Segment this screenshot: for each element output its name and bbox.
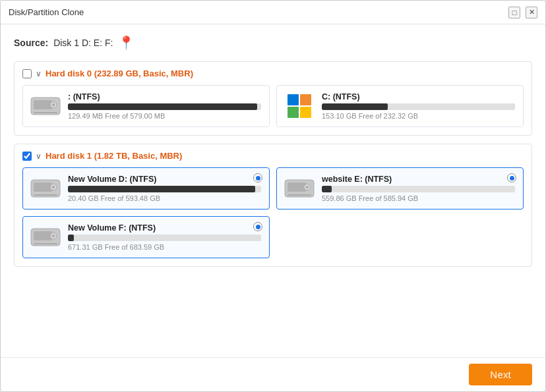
partition-card-c-ntfs[interactable]: C: (NTFS) 153.10 GB Free of 232.32 GB <box>276 85 524 127</box>
progress-bg-0 <box>68 103 261 110</box>
location-pin-icon: 📍 <box>118 35 135 51</box>
hdd-icon-d <box>30 177 61 200</box>
disk1-title: Hard disk 1 (1.82 TB, Basic, MBR) <box>46 151 182 161</box>
disk0-collapse-icon[interactable]: ∨ <box>36 69 42 78</box>
partition-info-0: : (NTFS) 129.49 MB Free of 579.00 MB <box>68 92 261 120</box>
partition-row-e: website E: (NTFS) 559.86 GB Free of 585.… <box>284 175 515 202</box>
partition-info-c: C: (NTFS) 153.10 GB Free of 232.32 GB <box>322 92 515 120</box>
partition-free-c: 153.10 GB Free of 232.32 GB <box>322 112 515 120</box>
partition-name-e: website E: (NTFS) <box>322 175 515 184</box>
disk1-row2: New Volume F: (NTFS) 671.31 GB Free of 6… <box>22 216 524 258</box>
partition-card-f[interactable]: New Volume F: (NTFS) 671.31 GB Free of 6… <box>22 216 270 258</box>
windows-icon <box>284 94 315 118</box>
partition-info-e: website E: (NTFS) 559.86 GB Free of 585.… <box>322 175 515 202</box>
title-bar: Disk/Partition Clone □ ✕ <box>1 1 545 24</box>
content-area: Source: Disk 1 D: E: F: 📍 ∨ Hard disk 0 … <box>1 24 545 357</box>
svg-rect-6 <box>34 182 52 192</box>
disk1-header: ∨ Hard disk 1 (1.82 TB, Basic, MBR) <box>22 151 524 161</box>
source-value: Disk 1 D: E: F: <box>53 38 113 48</box>
radio-e[interactable] <box>507 173 516 182</box>
svg-point-8 <box>52 186 55 188</box>
partition-name-0: : (NTFS) <box>68 92 261 101</box>
svg-point-18 <box>52 235 55 237</box>
progress-bg-c <box>322 103 515 110</box>
disk0-checkbox[interactable] <box>22 69 32 78</box>
disk1-checkbox[interactable] <box>22 152 32 161</box>
disk1-group: ∨ Hard disk 1 (1.82 TB, Basic, MBR) <box>14 144 532 267</box>
hdd-icon-0 <box>30 94 61 118</box>
partition-row-c: C: (NTFS) 153.10 GB Free of 232.32 GB <box>284 92 515 120</box>
partition-info-f: New Volume F: (NTFS) 671.31 GB Free of 6… <box>68 223 261 251</box>
empty-slot <box>276 216 524 258</box>
radio-f[interactable] <box>253 222 262 231</box>
partition-row: : (NTFS) 129.49 MB Free of 579.00 MB <box>30 92 261 120</box>
partition-row-f: New Volume F: (NTFS) 671.31 GB Free of 6… <box>30 223 261 251</box>
svg-rect-9 <box>34 194 57 196</box>
disk0-group: ∨ Hard disk 0 (232.89 GB, Basic, MBR) <box>14 61 532 136</box>
source-label: Source: <box>14 38 48 48</box>
progress-fill-d <box>68 186 255 192</box>
hdd-icon-f <box>30 225 61 249</box>
partition-free-0: 129.49 MB Free of 579.00 MB <box>68 112 261 120</box>
partition-card-colon-ntfs[interactable]: : (NTFS) 129.49 MB Free of 579.00 MB <box>22 85 270 127</box>
svg-point-13 <box>306 186 309 188</box>
partition-name-d: New Volume D: (NTFS) <box>68 175 261 184</box>
partition-info-d: New Volume D: (NTFS) 20.40 GB Free of 59… <box>68 175 261 202</box>
progress-bg-e <box>322 186 515 192</box>
hdd-icon-e <box>284 177 315 200</box>
footer: Next <box>1 357 545 391</box>
next-button[interactable]: Next <box>469 364 532 385</box>
disk0-partitions: : (NTFS) 129.49 MB Free of 579.00 MB <box>22 85 524 127</box>
disk1-partitions: New Volume D: (NTFS) 20.40 GB Free of 59… <box>22 167 524 258</box>
svg-rect-4 <box>34 112 57 113</box>
disk0-header: ∨ Hard disk 0 (232.89 GB, Basic, MBR) <box>22 69 524 78</box>
window-controls: □ ✕ <box>508 7 537 18</box>
progress-fill-f <box>68 235 74 241</box>
progress-fill-0 <box>68 103 257 110</box>
radio-d[interactable] <box>253 173 262 182</box>
partition-name-f: New Volume F: (NTFS) <box>68 223 261 233</box>
progress-fill-c <box>322 103 388 110</box>
source-bar: Source: Disk 1 D: E: F: 📍 <box>14 35 532 51</box>
svg-point-3 <box>52 103 55 106</box>
close-button[interactable]: ✕ <box>526 7 537 18</box>
disk0-title: Hard disk 0 (232.89 GB, Basic, MBR) <box>46 69 193 78</box>
partition-name-c: C: (NTFS) <box>322 92 515 101</box>
partition-card-d[interactable]: New Volume D: (NTFS) 20.40 GB Free of 59… <box>22 167 270 210</box>
svg-rect-16 <box>34 231 52 240</box>
svg-rect-1 <box>34 100 52 109</box>
progress-fill-e <box>322 186 332 192</box>
partition-free-e: 559.86 GB Free of 585.94 GB <box>322 194 515 202</box>
partition-row-d: New Volume D: (NTFS) 20.40 GB Free of 59… <box>30 175 261 202</box>
svg-rect-14 <box>288 194 311 196</box>
partition-free-f: 671.31 GB Free of 683.59 GB <box>68 243 261 251</box>
svg-rect-11 <box>288 182 306 192</box>
progress-bg-d <box>68 186 261 192</box>
main-window: Disk/Partition Clone □ ✕ Source: Disk 1 … <box>0 0 546 392</box>
svg-rect-19 <box>34 243 57 244</box>
progress-bg-f <box>68 235 261 241</box>
disk1-collapse-icon[interactable]: ∨ <box>36 152 42 161</box>
maximize-button[interactable]: □ <box>508 7 520 18</box>
disk1-row1: New Volume D: (NTFS) 20.40 GB Free of 59… <box>22 167 524 210</box>
partition-free-d: 20.40 GB Free of 593.48 GB <box>68 194 261 202</box>
partition-card-e[interactable]: website E: (NTFS) 559.86 GB Free of 585.… <box>276 167 524 210</box>
window-title: Disk/Partition Clone <box>9 7 508 17</box>
